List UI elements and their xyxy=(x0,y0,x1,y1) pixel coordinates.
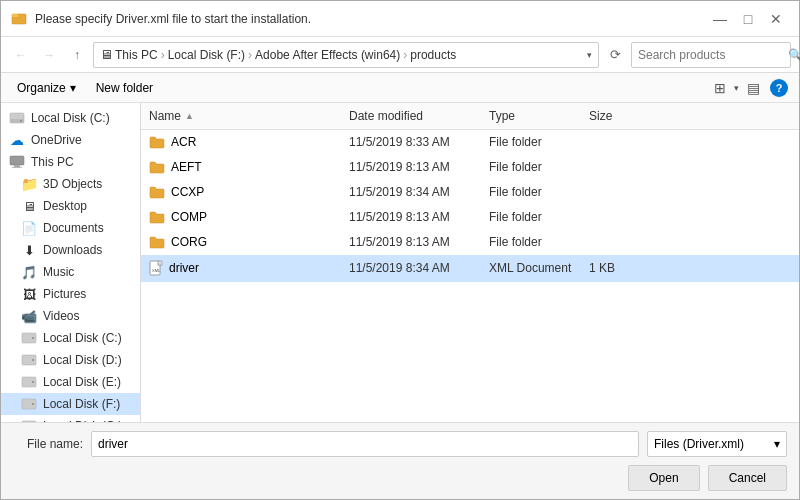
close-button[interactable]: ✕ xyxy=(763,6,789,32)
svg-point-9 xyxy=(32,337,34,339)
videos-icon: 📹 xyxy=(21,308,37,324)
svg-point-13 xyxy=(32,381,34,383)
filetype-label: Files (Driver.xml) xyxy=(654,437,744,451)
filename-input[interactable] xyxy=(91,431,639,457)
view-dropdown-arrow: ▾ xyxy=(734,83,739,93)
toolbar: Organize ▾ New folder ⊞ ▾ ▤ ? xyxy=(1,73,799,103)
file-date-acr: 11/5/2019 8:33 AM xyxy=(341,132,481,152)
sidebar-label: Videos xyxy=(43,309,79,323)
maximize-button[interactable]: □ xyxy=(735,6,761,32)
col-header-type[interactable]: Type xyxy=(481,105,581,127)
col-header-date[interactable]: Date modified xyxy=(341,105,481,127)
sidebar-item-music[interactable]: 🎵 Music xyxy=(1,261,140,283)
back-button[interactable]: ← xyxy=(9,43,33,67)
sidebar-item-localf[interactable]: Local Disk (F:) xyxy=(1,393,140,415)
sidebar-item-desktop[interactable]: 🖥 Desktop xyxy=(1,195,140,217)
col-header-name[interactable]: Name ▲ xyxy=(141,105,341,127)
file-type-ccxp: File folder xyxy=(481,182,581,202)
search-box[interactable]: 🔍 xyxy=(631,42,791,68)
search-input[interactable] xyxy=(638,48,788,62)
table-row[interactable]: COMP 11/5/2019 8:13 AM File folder xyxy=(141,205,799,230)
footer-buttons-row: Open Cancel xyxy=(13,465,787,491)
app-icon xyxy=(11,11,27,27)
sidebar-item-documents[interactable]: 📄 Documents xyxy=(1,217,140,239)
cancel-button[interactable]: Cancel xyxy=(708,465,787,491)
documents-icon: 📄 xyxy=(21,220,37,236)
view-list-button[interactable]: ▤ xyxy=(741,76,765,100)
file-name-corg: CORG xyxy=(141,232,341,252)
sidebar-item-onedrive[interactable]: ☁ OneDrive xyxy=(1,129,140,151)
table-row[interactable]: CCXP 11/5/2019 8:34 AM File folder xyxy=(141,180,799,205)
breadcrumb[interactable]: 🖥 This PC › Local Disk (F:) › Adobe Afte… xyxy=(93,42,599,68)
view-controls: ⊞ ▾ ▤ ? xyxy=(708,76,791,100)
sidebar-item-locald[interactable]: Local Disk (D:) xyxy=(1,349,140,371)
filetype-dropdown[interactable]: Files (Driver.xml) ▾ xyxy=(647,431,787,457)
breadcrumb-item-afe[interactable]: Adobe After Effects (win64) xyxy=(255,48,400,62)
table-row[interactable]: ACR 11/5/2019 8:33 AM File folder xyxy=(141,130,799,155)
breadcrumb-item-thispc[interactable]: This PC xyxy=(115,48,158,62)
downloads-icon: ⬇ xyxy=(21,242,37,258)
breadcrumb-item-products[interactable]: products xyxy=(410,48,456,62)
sidebar-item-thispc[interactable]: This PC xyxy=(1,151,140,173)
svg-text:XML: XML xyxy=(152,268,161,273)
file-size-aeft xyxy=(581,164,641,170)
table-row[interactable]: CORG 11/5/2019 8:13 AM File folder xyxy=(141,230,799,255)
help-button[interactable]: ? xyxy=(767,76,791,100)
new-folder-button[interactable]: New folder xyxy=(88,78,161,98)
folder-icon xyxy=(149,160,165,174)
col-header-size[interactable]: Size xyxy=(581,105,641,127)
sidebar-item-localg[interactable]: Local Disk (G:) xyxy=(1,415,140,422)
file-name-text: ACR xyxy=(171,135,196,149)
sidebar-item-localdiskc-top[interactable]: Local Disk (C:) xyxy=(1,107,140,129)
footer: File name: Files (Driver.xml) ▾ Open Can… xyxy=(1,422,799,499)
file-name-text: driver xyxy=(169,261,199,275)
help-icon: ? xyxy=(770,79,788,97)
file-name-acr: ACR xyxy=(141,132,341,152)
sort-arrow-icon: ▲ xyxy=(185,111,194,121)
sidebar-item-localc2[interactable]: Local Disk (C:) xyxy=(1,327,140,349)
organize-button[interactable]: Organize ▾ xyxy=(9,78,84,98)
sidebar-label: Music xyxy=(43,265,74,279)
table-row[interactable]: XML driver 11/5/2019 8:34 AM XML Documen… xyxy=(141,255,799,282)
up-button[interactable]: ↑ xyxy=(65,43,89,67)
onedrive-icon: ☁ xyxy=(9,132,25,148)
new-folder-label: New folder xyxy=(96,81,153,95)
file-date-aeft: 11/5/2019 8:13 AM xyxy=(341,157,481,177)
sidebar-item-pictures[interactable]: 🖼 Pictures xyxy=(1,283,140,305)
title-bar: Please specify Driver.xml file to start … xyxy=(1,1,799,37)
sidebar: Local Disk (C:) ☁ OneDrive This PC 📁 3D … xyxy=(1,103,141,422)
sidebar-item-downloads[interactable]: ⬇ Downloads xyxy=(1,239,140,261)
forward-button[interactable]: → xyxy=(37,43,61,67)
file-date-corg: 11/5/2019 8:13 AM xyxy=(341,232,481,252)
view-grid-button[interactable]: ⊞ xyxy=(708,76,732,100)
sidebar-label: Documents xyxy=(43,221,104,235)
sidebar-label: Pictures xyxy=(43,287,86,301)
hd-icon xyxy=(21,396,37,412)
hd-icon xyxy=(21,374,37,390)
breadcrumb-sep3: › xyxy=(403,48,407,62)
sidebar-label: Downloads xyxy=(43,243,102,257)
file-date-ccxp: 11/5/2019 8:34 AM xyxy=(341,182,481,202)
folder-icon xyxy=(149,210,165,224)
minimize-button[interactable]: — xyxy=(707,6,733,32)
sidebar-item-locale[interactable]: Local Disk (E:) xyxy=(1,371,140,393)
folder-icon xyxy=(149,135,165,149)
thispc-icon xyxy=(9,154,25,170)
sidebar-item-videos[interactable]: 📹 Videos xyxy=(1,305,140,327)
refresh-button[interactable]: ⟳ xyxy=(603,43,627,67)
file-list-header: Name ▲ Date modified Type Size xyxy=(141,103,799,130)
file-type-acr: File folder xyxy=(481,132,581,152)
breadcrumb-sep2: › xyxy=(248,48,252,62)
table-row[interactable]: AEFT 11/5/2019 8:13 AM File folder xyxy=(141,155,799,180)
sidebar-item-3dobjects[interactable]: 📁 3D Objects xyxy=(1,173,140,195)
hd-icon xyxy=(21,330,37,346)
localdisk-icon xyxy=(9,110,25,126)
dialog: Please specify Driver.xml file to start … xyxy=(0,0,800,500)
breadcrumb-dropdown-icon: ▾ xyxy=(587,50,592,60)
folder-icon: 📁 xyxy=(21,176,37,192)
sidebar-label: 3D Objects xyxy=(43,177,102,191)
open-button[interactable]: Open xyxy=(628,465,699,491)
breadcrumb-pc-icon: 🖥 xyxy=(100,47,113,62)
breadcrumb-item-localdisk[interactable]: Local Disk (F:) xyxy=(168,48,245,62)
sidebar-label: Local Disk (E:) xyxy=(43,375,121,389)
